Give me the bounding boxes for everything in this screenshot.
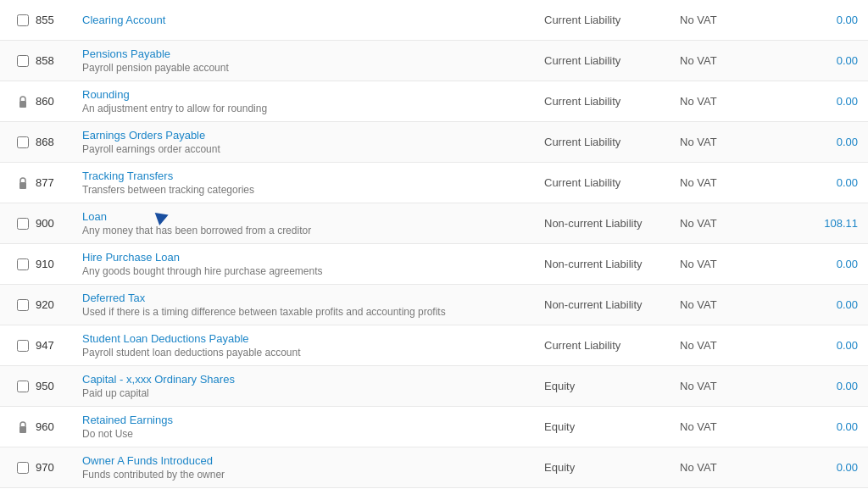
account-description: Payroll student loan deductions payable … — [82, 347, 531, 358]
account-balance: 0.00 — [782, 176, 858, 189]
account-vat: No VAT — [680, 95, 782, 108]
account-name-link[interactable]: Deferred Tax — [82, 292, 531, 304]
account-balance: 0.00 — [782, 461, 858, 474]
svg-rect-0 — [19, 101, 26, 108]
row-checkbox[interactable] — [17, 340, 29, 352]
account-balance: 0.00 — [782, 136, 858, 148]
account-vat: No VAT — [680, 380, 782, 392]
account-name-link[interactable]: Clearing Account — [82, 14, 531, 26]
account-description: Any goods bought through hire purchase a… — [82, 265, 531, 277]
account-name-link[interactable]: Rounding — [82, 88, 531, 101]
account-type: Current Liability — [544, 339, 680, 352]
row-checkbox[interactable] — [17, 218, 29, 230]
account-balance: 0.00 — [782, 380, 858, 392]
account-name-link[interactable]: Hire Purchase Loan — [82, 251, 531, 264]
account-code: 950 — [36, 380, 82, 392]
account-vat: No VAT — [680, 420, 782, 433]
account-balance: 0.00 — [782, 95, 858, 108]
account-balance: 0.00 — [782, 298, 858, 311]
account-code: 910 — [36, 258, 82, 270]
row-checkbox[interactable] — [17, 55, 29, 67]
accounts-table: 855Clearing AccountCurrent LiabilityNo V… — [0, 0, 868, 489]
account-name-link[interactable]: Owner A Funds Introduced — [82, 454, 531, 467]
account-description: Payroll pension payable account — [82, 62, 531, 74]
account-vat: No VAT — [680, 54, 782, 67]
account-balance: 0.00 — [782, 258, 858, 270]
account-description: Funds contributed by the owner — [82, 469, 531, 481]
account-vat: No VAT — [680, 136, 782, 148]
account-name-link[interactable]: Earnings Orders Payable — [82, 129, 531, 142]
account-code: 970 — [36, 461, 82, 474]
account-name-link[interactable]: Pensions Payable — [82, 47, 531, 60]
account-type: Current Liability — [544, 95, 680, 108]
account-code: 858 — [36, 54, 82, 67]
account-vat: No VAT — [680, 14, 782, 26]
table-row: 858Pensions PayablePayroll pension payab… — [0, 41, 868, 81]
account-code: 877 — [36, 176, 82, 189]
row-checkbox[interactable] — [17, 258, 29, 270]
account-name-link[interactable]: Loan — [82, 210, 531, 223]
table-row: 920Deferred TaxUsed if there is a timing… — [0, 285, 868, 325]
account-description: Do not Use — [82, 428, 531, 440]
account-type: Current Liability — [544, 54, 680, 67]
row-checkbox[interactable] — [17, 136, 29, 148]
account-name-link[interactable]: Capital - x,xxx Ordinary Shares — [82, 373, 531, 386]
table-row: 860RoundingAn adjustment entry to allow … — [0, 81, 868, 122]
account-type: Current Liability — [544, 176, 680, 189]
account-balance: 108.11 — [782, 217, 858, 230]
lock-icon — [10, 420, 36, 434]
account-vat: No VAT — [680, 461, 782, 474]
account-name-link[interactable]: Retained Earnings — [82, 414, 531, 426]
row-checkbox[interactable] — [17, 14, 29, 26]
table-row: 868Earnings Orders PayablePayroll earnin… — [0, 122, 868, 163]
account-description: Any money that has been borrowed from a … — [82, 225, 531, 236]
account-balance: 0.00 — [782, 14, 858, 26]
account-code: 920 — [36, 298, 82, 311]
table-row: 910Hire Purchase LoanAny goods bought th… — [0, 244, 868, 285]
account-code: 868 — [36, 136, 82, 148]
account-description: Paid up capital — [82, 387, 531, 399]
account-code: 860 — [36, 95, 82, 108]
row-checkbox[interactable] — [17, 299, 29, 311]
table-row: 855Clearing AccountCurrent LiabilityNo V… — [0, 0, 868, 41]
account-type: Equity — [544, 461, 680, 474]
account-vat: No VAT — [680, 176, 782, 189]
svg-rect-2 — [19, 426, 26, 433]
account-description: Payroll earnings order account — [82, 143, 531, 155]
account-description: Transfers between tracking categories — [82, 184, 531, 196]
account-type: Current Liability — [544, 136, 680, 148]
account-type: Non-current Liability — [544, 217, 680, 230]
account-description: Used if there is a timing difference bet… — [82, 306, 531, 318]
account-description: An adjustment entry to allow for roundin… — [82, 103, 531, 114]
account-code: 947 — [36, 339, 82, 352]
account-type: Current Liability — [544, 14, 680, 26]
account-type: Non-current Liability — [544, 258, 680, 270]
account-vat: No VAT — [680, 339, 782, 352]
account-name-link[interactable]: Tracking Transfers — [82, 169, 531, 182]
row-checkbox[interactable] — [17, 462, 29, 474]
table-row: 947Student Loan Deductions PayablePayrol… — [0, 325, 868, 366]
account-vat: No VAT — [680, 298, 782, 311]
table-row: 877Tracking TransfersTransfers between t… — [0, 163, 868, 203]
svg-rect-1 — [19, 182, 26, 189]
account-balance: 0.00 — [782, 420, 858, 433]
account-name-link[interactable]: Student Loan Deductions Payable — [82, 332, 531, 345]
account-vat: No VAT — [680, 217, 782, 230]
account-balance: 0.00 — [782, 54, 858, 67]
account-type: Equity — [544, 420, 680, 433]
table-row: 950Capital - x,xxx Ordinary SharesPaid u… — [0, 366, 868, 407]
account-code: 855 — [36, 14, 82, 26]
account-code: 960 — [36, 420, 82, 433]
account-code: 900 — [36, 217, 82, 230]
account-balance: 0.00 — [782, 339, 858, 352]
table-row: 970Owner A Funds IntroducedFunds contrib… — [0, 447, 868, 488]
table-row: 900LoanAny money that has been borrowed … — [0, 203, 868, 244]
account-type: Non-current Liability — [544, 298, 680, 311]
account-type: Equity — [544, 380, 680, 392]
lock-icon — [10, 176, 36, 190]
lock-icon — [10, 95, 36, 108]
account-vat: No VAT — [680, 258, 782, 270]
table-row: 960Retained EarningsDo not UseEquityNo V… — [0, 407, 868, 447]
row-checkbox[interactable] — [17, 381, 29, 392]
